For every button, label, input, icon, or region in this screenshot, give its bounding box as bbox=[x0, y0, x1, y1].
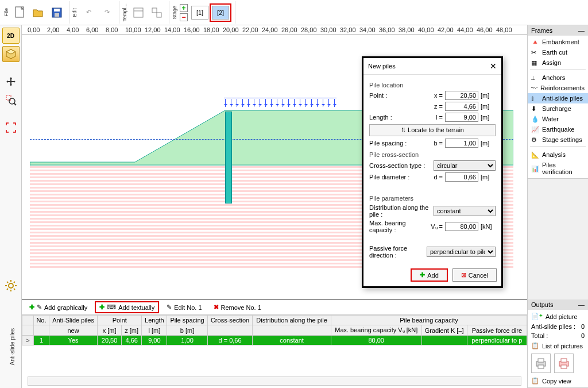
frame-item-earth-cut[interactable]: ✂Earth cut bbox=[528, 47, 588, 57]
move-tool-button[interactable] bbox=[2, 74, 20, 90]
open-file-button[interactable] bbox=[30, 4, 47, 21]
horizontal-ruler: 0,002,004,006,008,0010,0012,0014,0016,00… bbox=[22, 25, 527, 34]
template-button-1[interactable] bbox=[130, 4, 147, 21]
svg-line-17 bbox=[14, 289, 15, 290]
collapse-icon[interactable]: — bbox=[578, 301, 585, 308]
dialog-title: New piles bbox=[368, 63, 396, 70]
new-file-button[interactable] bbox=[11, 4, 29, 21]
svg-line-16 bbox=[7, 282, 8, 283]
frame-item-surcharge[interactable]: ⬇Surcharge bbox=[528, 103, 588, 114]
frame-item-anti-slide-piles[interactable]: ⫿Anti-slide piles bbox=[528, 93, 588, 103]
svg-rect-6 bbox=[152, 8, 157, 13]
svg-rect-7 bbox=[157, 13, 161, 17]
new-piles-dialog: New piles ✕ Pile location Point :x =[m] … bbox=[362, 56, 503, 288]
length-input[interactable] bbox=[445, 113, 478, 122]
frame-item-embankment[interactable]: 🔺Embankment bbox=[528, 37, 588, 47]
frame-icon: ⟂ bbox=[531, 74, 539, 81]
distribution-select[interactable]: constant bbox=[434, 206, 496, 216]
frame-icon: ⚙ bbox=[531, 136, 539, 143]
frame-icon: 📐 bbox=[531, 151, 539, 158]
svg-point-11 bbox=[9, 283, 13, 288]
cross-section-select[interactable]: circular bbox=[434, 160, 496, 171]
frame-icon: ⬇ bbox=[531, 105, 539, 112]
svg-rect-3 bbox=[55, 13, 59, 17]
print-button-1[interactable] bbox=[531, 354, 551, 373]
templ-label: Templ... bbox=[122, 3, 127, 22]
horizontal-scrollbar[interactable] bbox=[28, 377, 521, 386]
add-stage-button[interactable]: + bbox=[180, 4, 188, 12]
redo-button[interactable]: ↷ bbox=[98, 4, 115, 21]
stage-2-button[interactable]: [2] bbox=[212, 6, 229, 20]
zoom-tool-button[interactable] bbox=[2, 92, 20, 108]
piles-table[interactable]: No.Anti-Slide pilesPointLengthPile spaci… bbox=[22, 315, 527, 345]
file-label: File bbox=[3, 8, 9, 17]
remove-button[interactable]: ✖Remove No. 1 bbox=[210, 302, 265, 313]
add-graphically-button[interactable]: ✚✎Add graphically bbox=[25, 302, 91, 313]
settings-button[interactable] bbox=[2, 278, 20, 294]
frame-icon: 💧 bbox=[531, 116, 539, 122]
edit-button[interactable]: ✎Edit No. 1 bbox=[163, 302, 206, 313]
frame-icon: 🔺 bbox=[531, 39, 539, 45]
vu-input[interactable] bbox=[445, 222, 478, 231]
frame-icon: 〰 bbox=[531, 84, 537, 91]
outputs-header: Outputs bbox=[531, 301, 554, 308]
frame-icon: ⫿ bbox=[531, 95, 539, 102]
svg-rect-27 bbox=[561, 365, 567, 368]
add-picture-button[interactable]: 📄⁺Add picture bbox=[528, 311, 588, 322]
svg-rect-2 bbox=[54, 9, 60, 11]
top-toolbar: File Edit ↶ ↷ Templ... Stage + − [1] [2] bbox=[0, 0, 588, 25]
frame-item-reinforcements[interactable]: 〰Reinforcements bbox=[528, 83, 588, 93]
frame-icon: ▦ bbox=[531, 59, 539, 66]
bottom-panel: Anti-slide piles ✚✎Add graphically ✚⌨Add… bbox=[22, 299, 527, 388]
frame-icon: 📊 bbox=[531, 165, 539, 172]
frame-item-anchors[interactable]: ⟂Anchors bbox=[528, 72, 588, 83]
cancel-button[interactable]: ⊠Cancel bbox=[452, 268, 497, 282]
close-icon[interactable]: ✕ bbox=[490, 62, 497, 71]
z-input[interactable] bbox=[445, 102, 478, 111]
fit-tool-button[interactable] bbox=[2, 120, 20, 136]
svg-rect-4 bbox=[134, 8, 143, 17]
view-3d-button[interactable] bbox=[2, 46, 20, 62]
frame-icon: ✂ bbox=[531, 49, 539, 56]
copy-view-button[interactable]: 📋Copy view bbox=[528, 375, 588, 386]
svg-rect-23 bbox=[538, 359, 544, 362]
outputs-panel: Outputs— 📄⁺Add picture Anti-slide piles … bbox=[528, 299, 588, 388]
pfd-select[interactable]: perpendicular to pile bbox=[427, 247, 496, 257]
frame-icon: 📈 bbox=[531, 126, 539, 133]
table-row[interactable]: > 1 Yes 20,50 4,66 9,00 1,00 d = 0,66 co… bbox=[22, 336, 527, 345]
collapse-icon[interactable]: — bbox=[578, 27, 585, 34]
svg-line-10 bbox=[14, 103, 16, 105]
undo-button[interactable]: ↶ bbox=[80, 4, 97, 21]
frame-item-earthquake[interactable]: 📈Earthquake bbox=[528, 124, 588, 135]
svg-line-18 bbox=[7, 289, 8, 290]
view-2d-button[interactable]: 2D bbox=[2, 28, 20, 44]
add-button[interactable]: ✚Add bbox=[411, 268, 448, 282]
locate-terrain-button[interactable]: ⥮ Locate to the terrain bbox=[369, 124, 496, 136]
frames-panel: Frames— 🔺Embankment✂Earth cut▦Assign⟂Anc… bbox=[528, 25, 588, 179]
stage-1-button[interactable]: [1] bbox=[191, 6, 208, 20]
spacing-input[interactable] bbox=[445, 139, 478, 148]
list-pictures-button[interactable]: 📋List of pictures bbox=[528, 340, 588, 351]
remove-stage-button[interactable]: − bbox=[180, 13, 188, 21]
svg-rect-24 bbox=[538, 365, 544, 368]
add-textually-button[interactable]: ✚⌨Add textually bbox=[95, 301, 159, 313]
stage-label: Stage bbox=[172, 6, 177, 20]
diameter-input[interactable] bbox=[445, 172, 478, 182]
x-input[interactable] bbox=[445, 91, 478, 100]
bottom-side-label: Anti-slide piles bbox=[9, 328, 16, 365]
frame-item-assign[interactable]: ▦Assign bbox=[528, 57, 588, 68]
edit-label: Edit bbox=[72, 8, 78, 17]
frame-item-analysis[interactable]: 📐Analysis bbox=[528, 149, 588, 160]
frame-item-stage-settings[interactable]: ⚙Stage settings bbox=[528, 135, 588, 145]
frames-header: Frames bbox=[531, 27, 552, 34]
save-file-button[interactable] bbox=[48, 4, 65, 21]
print-button-2[interactable] bbox=[554, 354, 574, 373]
frame-item-water[interactable]: 💧Water bbox=[528, 114, 588, 124]
template-button-2[interactable] bbox=[148, 4, 165, 21]
svg-rect-26 bbox=[561, 359, 567, 362]
frame-item-piles-verification[interactable]: 📊Piles verification bbox=[528, 160, 588, 177]
svg-line-19 bbox=[14, 282, 15, 283]
